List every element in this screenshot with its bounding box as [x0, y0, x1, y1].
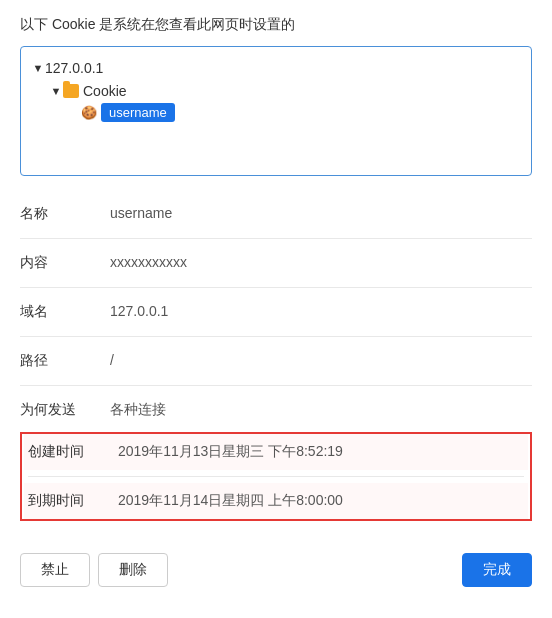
detail-value-send: 各种连接	[110, 401, 166, 419]
detail-row-content: 内容 xxxxxxxxxxx	[20, 245, 532, 281]
detail-row-created: 创建时间 2019年11月13日星期三 下午8:52:19	[24, 434, 528, 470]
detail-row-path: 路径 /	[20, 343, 532, 379]
detail-label-path: 路径	[20, 352, 110, 370]
tree-cookie-folder-row[interactable]: ▼ Cookie	[49, 81, 521, 101]
detail-label-created: 创建时间	[28, 443, 118, 461]
tree-root-row[interactable]: ▼ 127.0.0.1	[31, 58, 521, 78]
page-header: 以下 Cookie 是系统在您查看此网页时设置的	[20, 16, 532, 34]
detail-label-domain: 域名	[20, 303, 110, 321]
delete-button[interactable]: 删除	[98, 553, 168, 587]
detail-label-content: 内容	[20, 254, 110, 272]
divider-1	[20, 238, 532, 239]
detail-row-send: 为何发送 各种连接	[20, 392, 532, 428]
folder-label: Cookie	[83, 83, 127, 99]
folder-icon	[63, 84, 79, 98]
footer: 禁止 删除 完成	[20, 541, 532, 587]
divider-2	[20, 287, 532, 288]
cancel-button[interactable]: 禁止	[20, 553, 90, 587]
detail-value-expires: 2019年11月14日星期四 上午8:00:00	[118, 492, 343, 510]
divider-4	[20, 385, 532, 386]
folder-toggle-icon: ▼	[49, 85, 63, 97]
tree-cookie-item-row[interactable]: 🍪 username	[67, 101, 521, 124]
header-title: 以下 Cookie 是系统在您查看此网页时设置的	[20, 16, 295, 32]
detail-row-expires: 到期时间 2019年11月14日星期四 上午8:00:00	[24, 483, 528, 519]
detail-label-send: 为何发送	[20, 401, 110, 419]
root-label: 127.0.0.1	[45, 60, 103, 76]
detail-value-name: username	[110, 205, 172, 221]
detail-value-created: 2019年11月13日星期三 下午8:52:19	[118, 443, 343, 461]
footer-left-buttons: 禁止 删除	[20, 553, 168, 587]
cookie-tree: ▼ 127.0.0.1 ▼ Cookie 🍪 username	[20, 46, 532, 176]
detail-label-expires: 到期时间	[28, 492, 118, 510]
detail-row-domain: 域名 127.0.0.1	[20, 294, 532, 330]
detail-label-name: 名称	[20, 205, 110, 223]
highlighted-dates-block: 创建时间 2019年11月13日星期三 下午8:52:19 到期时间 2019年…	[20, 432, 532, 521]
username-badge[interactable]: username	[101, 103, 175, 122]
divider-highlighted	[28, 476, 524, 477]
divider-3	[20, 336, 532, 337]
root-toggle-icon: ▼	[31, 62, 45, 74]
detail-row-name: 名称 username	[20, 196, 532, 232]
detail-value-domain: 127.0.0.1	[110, 303, 168, 319]
detail-value-path: /	[110, 352, 114, 368]
cookie-icon: 🍪	[81, 105, 97, 121]
details-section: 名称 username 内容 xxxxxxxxxxx 域名 127.0.0.1 …	[20, 196, 532, 521]
detail-value-content: xxxxxxxxxxx	[110, 254, 187, 270]
done-button[interactable]: 完成	[462, 553, 532, 587]
